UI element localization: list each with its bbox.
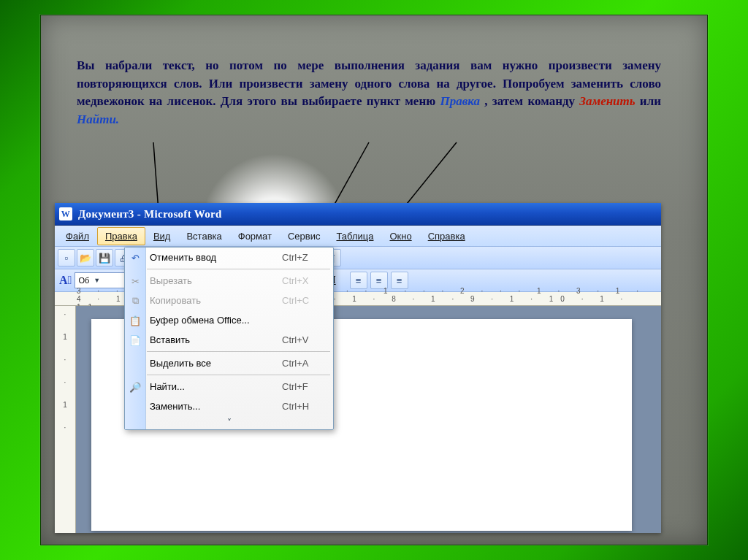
title-text: Документ3 - Microsoft Word [78,208,222,220]
ruler-vertical[interactable]: · 1 · · 1 · [55,306,76,533]
dd-cut[interactable]: ✂ Вырезать Ctrl+X [125,271,333,291]
kw-menu-pravka: Правка [440,94,480,108]
kw-cmd-zamenit: Заменить [579,94,635,108]
menu-table[interactable]: Таблица [328,227,381,245]
titlebar[interactable]: W Документ3 - Microsoft Word [55,203,661,226]
edit-dropdown: ↶ Отменить ввод Ctrl+Z ✂ Вырезать Ctrl+X… [124,247,334,430]
dd-sep [147,351,330,352]
style-glyph[interactable]: A⃞ [59,274,72,287]
instruction-part: , затем команду [484,94,579,108]
cut-icon: ✂ [128,274,142,288]
menu-window[interactable]: Окно [381,227,419,245]
dd-undo[interactable]: ↶ Отменить ввод Ctrl+Z [125,248,333,267]
dd-copy[interactable]: ⧉ Копировать Ctrl+C [125,291,333,310]
open-icon[interactable]: 📂 [77,249,94,266]
binoculars-icon: 🔎 [128,380,142,394]
save-icon[interactable]: 💾 [96,249,113,266]
chevron-down-icon: ˅ [227,418,232,428]
instruction-part: Для этого вы выбираете пункт меню [221,94,440,108]
instruction-part: Вы набрали текст, но потом по мере выпол… [77,58,661,91]
word-icon: W [59,207,72,220]
kw-bold-2: лисенок. [167,94,216,108]
menu-edit[interactable]: Правка [97,227,145,245]
undo-icon: ↶ [128,250,142,265]
clipboard-icon: 📋 [128,313,142,328]
kw-cmd-naiti: Найти. [77,112,119,126]
instruction-text: Вы набрали текст, но потом по мере выпол… [77,57,661,129]
kw-bold-1: медвежонок [77,94,145,108]
dd-replace[interactable]: Заменить... Ctrl+H [125,396,333,416]
dd-sep [147,375,330,375]
dd-paste[interactable]: 📄 Вставить Ctrl+V [125,330,333,350]
menu-help[interactable]: Справка [420,227,473,245]
menu-file[interactable]: Файл [58,227,97,245]
menu-view[interactable]: Вид [145,227,179,245]
dd-sep [147,269,330,269]
menubar: Файл Правка Вид Вставка Формат Сервис Та… [55,226,661,247]
menu-insert[interactable]: Вставка [178,227,229,245]
menu-format[interactable]: Формат [230,227,280,245]
instruction-part: на [149,94,167,108]
dd-find[interactable]: 🔎 Найти... Ctrl+F [125,377,333,396]
slide: Вы набрали текст, но потом по мере выпол… [0,0,748,560]
dd-clipboard[interactable]: 📋 Буфер обмена Office... [125,310,333,330]
instruction-part: или [640,94,661,108]
copy-icon: ⧉ [128,294,142,308]
dd-expand[interactable]: ˅ [125,416,333,429]
dd-selectall[interactable]: Выделить все Ctrl+A [125,353,333,373]
paste-icon: 📄 [128,333,142,348]
new-doc-icon[interactable]: ▫ [58,249,75,266]
menu-tools[interactable]: Сервис [280,227,329,245]
